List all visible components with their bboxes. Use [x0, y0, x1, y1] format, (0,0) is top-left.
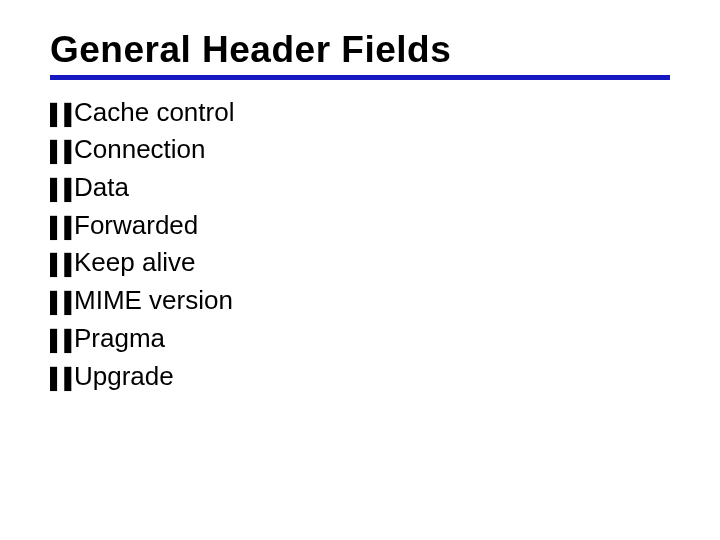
bullet-list: ▌▌ Cache control ▌▌ Connection ▌▌ Data ▌…	[50, 94, 670, 396]
list-item: ▌▌ Data	[50, 169, 670, 207]
bullet-icon: ▌▌	[50, 364, 74, 393]
bullet-icon: ▌▌	[50, 137, 74, 166]
list-item-label: Forwarded	[74, 207, 198, 245]
list-item: ▌▌ Upgrade	[50, 358, 670, 396]
list-item-label: Upgrade	[74, 358, 174, 396]
list-item-label: Pragma	[74, 320, 165, 358]
list-item-label: Cache control	[74, 94, 234, 132]
bullet-icon: ▌▌	[50, 213, 74, 242]
list-item-label: MIME version	[74, 282, 233, 320]
list-item: ▌▌ MIME version	[50, 282, 670, 320]
list-item-label: Connection	[74, 131, 206, 169]
list-item-label: Keep alive	[74, 244, 195, 282]
page-title: General Header Fields	[50, 30, 670, 71]
bullet-icon: ▌▌	[50, 175, 74, 204]
list-item: ▌▌ Cache control	[50, 94, 670, 132]
slide: General Header Fields ▌▌ Cache control ▌…	[0, 0, 720, 540]
bullet-icon: ▌▌	[50, 100, 74, 129]
list-item-label: Data	[74, 169, 129, 207]
list-item: ▌▌ Connection	[50, 131, 670, 169]
list-item: ▌▌ Keep alive	[50, 244, 670, 282]
list-item: ▌▌ Pragma	[50, 320, 670, 358]
title-underline	[50, 75, 670, 80]
bullet-icon: ▌▌	[50, 288, 74, 317]
bullet-icon: ▌▌	[50, 326, 74, 355]
list-item: ▌▌ Forwarded	[50, 207, 670, 245]
bullet-icon: ▌▌	[50, 250, 74, 279]
